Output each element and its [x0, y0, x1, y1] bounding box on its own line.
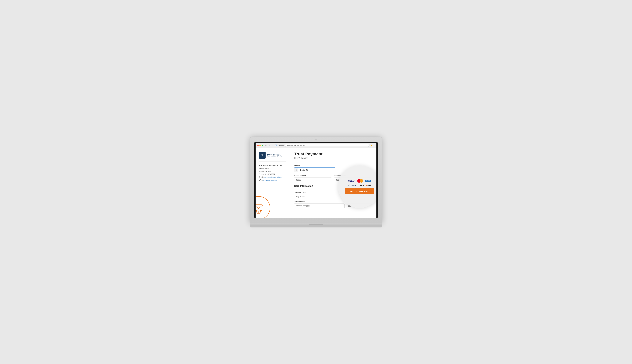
web-label: Web:: [259, 179, 263, 181]
screen-bezel: ← → ↻ LP LawPay https://secure.lawpay.co…: [254, 142, 378, 218]
firm-address-line2: Atlanta, GA 30301: [259, 170, 286, 173]
laptop-body: ← → ↻ LP LawPay https://secure.lawpay.co…: [250, 136, 382, 223]
card-number-group: Card Number: [294, 201, 344, 208]
browser-menu-icon[interactable]: ⋮: [373, 144, 375, 146]
traffic-lights: [257, 145, 263, 146]
laptop-stand: [250, 226, 382, 228]
firm-sidebar: P P.W. Smart Attorneys at Law P.W. Smart…: [256, 148, 289, 218]
amex-logo: AMEX: [365, 180, 371, 182]
minimize-button-dot[interactable]: [259, 145, 261, 146]
firm-email-link[interactable]: payments@pwsmart.com: [264, 176, 282, 178]
firm-logo: P P.W. Smart Attorneys at Law: [259, 152, 286, 158]
card-number-label: Card Number: [294, 201, 344, 203]
amount-dollar-sign: $: [294, 168, 298, 172]
second-logos-row: eCheck✓ DISC●VER: [348, 184, 371, 187]
mastercard-logo: [357, 179, 363, 183]
firm-name-block: P.W. Smart Attorneys at Law: [267, 153, 282, 158]
svg-text:$: $: [258, 210, 259, 213]
back-button[interactable]: ←: [265, 144, 267, 146]
sidebar-divider-top: [259, 162, 286, 162]
page-subtitle: IOLTA Deposit: [294, 157, 372, 159]
firm-logo-icon: P: [259, 152, 266, 158]
title-divider: [294, 162, 372, 162]
matter-number-group: Matter Number: [294, 175, 332, 182]
discover-logo: DISC●VER: [360, 184, 371, 187]
firm-address-line1: 1234 Main St.: [259, 167, 286, 170]
browser-tab[interactable]: LP LawPay: [275, 144, 284, 146]
mc-orange-circle: [360, 179, 363, 183]
svg-text:LP: LP: [275, 145, 277, 146]
firm-contact-info: P.W. Smart, Attorneys at Law 1234 Main S…: [259, 164, 286, 182]
firm-name-sub: Attorneys at Law: [267, 156, 282, 158]
browser-nav: ← → ↻: [265, 144, 274, 146]
echeck-check-icon: ✓: [356, 184, 358, 187]
svg-text:P: P: [261, 154, 263, 157]
visa-logo: VISA: [348, 179, 356, 183]
camera-notch: [315, 139, 317, 140]
laptop-hinge: [309, 224, 323, 225]
maximize-button-dot[interactable]: [262, 145, 263, 146]
card-number-input[interactable]: [294, 204, 344, 208]
browser-actions: ★ ⋮: [370, 144, 375, 146]
forward-button[interactable]: →: [268, 144, 271, 146]
echeck-logo: eCheck✓: [348, 184, 358, 187]
echeck-label: eCheck: [348, 184, 356, 187]
sidebar-divider-bottom: [259, 184, 286, 184]
top-card-logos-row: VISA AMEX: [348, 179, 371, 183]
firm-web-row: Web: www.pwsmart.com: [259, 179, 286, 182]
bookmark-icon[interactable]: ★: [370, 144, 372, 146]
close-button-dot[interactable]: [257, 145, 259, 146]
refresh-button[interactable]: ↻: [271, 144, 274, 146]
firm-phone: Phone: 512-123-1234: [259, 173, 286, 176]
envelope-icon-circle: $: [256, 196, 270, 218]
tab-label: LawPay: [278, 144, 284, 146]
laptop-container: ← → ↻ LP LawPay https://secure.lawpay.co…: [250, 136, 382, 228]
amex-label: AMEX: [366, 180, 370, 182]
envelope-svg: $: [256, 202, 264, 214]
browser-chrome: ← → ↻ LP LawPay https://secure.lawpay.co…: [256, 143, 376, 148]
matter-number-label: Matter Number: [294, 175, 332, 177]
firm-web-link[interactable]: www.pwsmart.com: [263, 179, 277, 181]
firm-full-name: P.W. Smart, Attorneys at Law: [259, 164, 286, 167]
amount-field-wrapper: $: [294, 168, 335, 172]
email-label: Email:: [259, 176, 264, 178]
tab-icon: LP: [275, 144, 277, 146]
page-title: Trust Payment: [294, 152, 372, 156]
laptop-base: [250, 223, 382, 226]
amount-input[interactable]: [298, 168, 335, 172]
firm-email-row: Email: payments@pwsmart.com: [259, 176, 286, 179]
firm-name-main: P.W. Smart: [267, 153, 282, 156]
matter-number-input[interactable]: [294, 178, 332, 182]
pay-attorney-button[interactable]: PAY ATTORNEY: [345, 188, 374, 194]
url-text: https://secure.lawpay.com: [286, 144, 305, 146]
screen-content: P P.W. Smart Attorneys at Law P.W. Smart…: [256, 148, 376, 218]
address-bar[interactable]: https://secure.lawpay.com: [285, 144, 369, 147]
discover-dot: ●: [365, 184, 367, 187]
